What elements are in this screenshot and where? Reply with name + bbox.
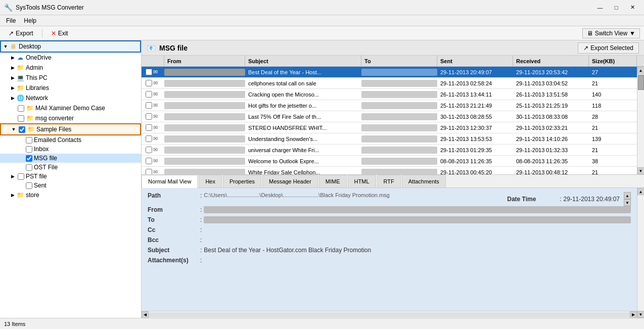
row-checkbox-2[interactable]: [146, 80, 152, 86]
row-checkbox-7[interactable]: [146, 135, 152, 142]
expand-pstfile[interactable]: ▶: [9, 173, 16, 180]
expand-libraries[interactable]: ▶: [9, 84, 16, 91]
tree-item-libraries[interactable]: ▶ 📁 Libraries: [0, 83, 141, 93]
tree-item-thispc[interactable]: ▶ 💻 This PC: [0, 73, 141, 83]
menu-help[interactable]: Help: [20, 16, 40, 25]
row-check-5: ✉: [142, 111, 164, 122]
expand-onedrive[interactable]: ▶: [9, 54, 16, 61]
tree-item-msgfile[interactable]: MSG file: [0, 154, 141, 163]
row-check-2: ✉: [142, 78, 164, 88]
col-header-subject[interactable]: Subject: [245, 56, 361, 66]
row-checkbox-6[interactable]: [146, 124, 152, 131]
col-header-received[interactable]: Received: [513, 56, 589, 66]
export-button[interactable]: ↗ Export: [4, 28, 38, 38]
checkbox-samplefiles[interactable]: [19, 126, 25, 133]
email-row[interactable]: ✉ universal charger White Fri... 29-11-2…: [142, 145, 637, 156]
tab-hex[interactable]: Hex: [199, 175, 222, 187]
tree-item-desktop[interactable]: ▼ 🖥 Desktop: [0, 40, 141, 53]
tab-mime[interactable]: MIME: [319, 175, 347, 187]
row-checkbox-5[interactable]: [146, 113, 152, 120]
checkbox-msgfile[interactable]: [26, 155, 32, 162]
email-row[interactable]: ✉ Welcome to Outlook Expre... 08-08-2013…: [142, 156, 637, 167]
exit-button[interactable]: ✕ Exit: [47, 28, 73, 38]
row-checkbox-10[interactable]: [146, 169, 152, 174]
main-layout: ▼ 🖥 Desktop ▶ ☁ OneDrive ▶ 📁 Admin ▶ 💻 T…: [0, 40, 644, 318]
email-row[interactable]: ✉ Cracking open the Microso... 26-11-201…: [142, 89, 637, 100]
col-header-size[interactable]: Size(KB): [589, 56, 637, 66]
vscroll-up-button[interactable]: ▲: [637, 67, 645, 74]
export-selected-button[interactable]: ↗ Export Selected: [578, 42, 639, 54]
tree-item-pstfile[interactable]: ▶ PST file: [0, 172, 141, 181]
maximize-button[interactable]: □: [609, 3, 624, 13]
expand-admin[interactable]: ▶: [9, 64, 16, 71]
col-header-sent[interactable]: Sent: [437, 56, 513, 66]
tree-item-emailedcontacts[interactable]: Emailed Contacts: [0, 135, 141, 145]
vscroll-down-button[interactable]: ▼: [637, 167, 645, 174]
email-row[interactable]: ✉ cellphones total call on sale 29-11-20…: [142, 78, 637, 89]
row-checkbox-9[interactable]: [146, 158, 152, 164]
menu-file[interactable]: File: [2, 16, 20, 25]
email-row[interactable]: ✉ Hot gifts for the jetsetter o... 25-11…: [142, 100, 637, 111]
checkbox-mailxaminer[interactable]: [18, 105, 24, 112]
tree-label-mailxaminer: MAil Xaminer Demo Case: [35, 105, 105, 112]
preview-vscroll-down[interactable]: ▼: [637, 311, 645, 318]
switch-view-button[interactable]: 🖥 Switch View ▼: [582, 28, 640, 38]
tree-item-mailxaminer[interactable]: 📁 MAil Xaminer Demo Case: [0, 103, 141, 113]
col-header-to[interactable]: To: [361, 56, 437, 66]
row-checkbox-3[interactable]: [146, 91, 152, 98]
vscroll-thumb[interactable]: [638, 75, 644, 90]
preview-vscroll-up[interactable]: ▲: [637, 188, 645, 195]
hscroll-right-button[interactable]: ▶: [630, 311, 637, 318]
row-sent-9: 08-08-2013 11:26:35: [437, 156, 513, 166]
checkbox-ostfile[interactable]: [26, 164, 32, 171]
row-check-9: ✉: [142, 156, 164, 166]
tree-item-store[interactable]: ▶ 📁 store: [0, 190, 141, 200]
col-header-check[interactable]: [142, 56, 164, 66]
folder-icon-admin: 📁: [16, 64, 24, 72]
checkbox-inbox[interactable]: [26, 146, 32, 153]
tree-item-msgconverter[interactable]: 📁 msg converter: [0, 113, 141, 123]
preview-label-path: Path: [148, 192, 198, 199]
tab-messageheader[interactable]: Message Header: [262, 175, 318, 187]
preview-vertical-scrollbar[interactable]: ▲ ▼: [637, 188, 644, 318]
hscroll-track[interactable]: [149, 312, 630, 317]
email-row[interactable]: ✉ STEREO HANDSFREE WHIT... 29-11-2013 12…: [142, 122, 637, 133]
checkbox-emailedcontacts[interactable]: [26, 137, 32, 144]
hscroll-left-button[interactable]: ◀: [142, 311, 149, 318]
tree-item-network[interactable]: ▶ 🌐 Network: [0, 93, 141, 103]
tree-item-inbox[interactable]: Inbox: [0, 145, 141, 154]
row-checkbox-4[interactable]: [146, 102, 152, 109]
expand-network[interactable]: ▶: [9, 95, 16, 102]
tab-html[interactable]: HTML: [348, 175, 376, 187]
row-subject-10: White Friday Sale Cellphon...: [245, 167, 361, 174]
tree-item-sent[interactable]: Sent: [0, 181, 141, 190]
minimize-button[interactable]: —: [592, 3, 608, 13]
tab-normalmail[interactable]: Normal Mail View: [142, 175, 198, 188]
tree-item-samplefiles[interactable]: ▼ 📁 Sample Files: [0, 123, 141, 135]
email-row[interactable]: ✉ White Friday Sale Cellphon... 29-11-20…: [142, 167, 637, 174]
list-vertical-scrollbar[interactable]: ▲ ▼: [637, 67, 644, 174]
close-button[interactable]: ✕: [625, 3, 640, 13]
tree-item-admin[interactable]: ▶ 📁 Admin: [0, 63, 141, 73]
expand-desktop[interactable]: ▼: [2, 43, 9, 50]
checkbox-sent[interactable]: [26, 182, 32, 189]
tree-item-onedrive[interactable]: ▶ ☁ OneDrive: [0, 53, 141, 63]
row-checkbox-1[interactable]: [146, 69, 152, 75]
path-scroll-up[interactable]: ▲: [624, 192, 631, 199]
row-checkbox-8[interactable]: [146, 147, 152, 153]
expand-thispc[interactable]: ▶: [9, 74, 16, 81]
tree-item-ostfile[interactable]: OST File: [0, 163, 141, 172]
checkbox-pstfile[interactable]: [18, 173, 24, 180]
tab-attachments[interactable]: Attachments: [402, 175, 446, 187]
tab-properties[interactable]: Properties: [223, 175, 261, 187]
email-row[interactable]: ✉ Last 75% Off Fire Sale of th... 30-11-…: [142, 111, 637, 122]
expand-store[interactable]: ▶: [9, 192, 16, 199]
email-row[interactable]: ✉ Best Deal of the Year - Host... 29-11-…: [142, 67, 637, 78]
expand-samplefiles[interactable]: ▼: [10, 126, 17, 133]
tab-rtf[interactable]: RTF: [377, 175, 401, 187]
col-header-from[interactable]: From: [164, 56, 245, 66]
email-row[interactable]: ✉ Understanding Snowden's... 29-11-2013 …: [142, 133, 637, 145]
row-size-1: 27: [589, 67, 637, 77]
checkbox-msgconverter[interactable]: [18, 115, 24, 122]
path-scroll-down[interactable]: ▼: [624, 199, 631, 206]
